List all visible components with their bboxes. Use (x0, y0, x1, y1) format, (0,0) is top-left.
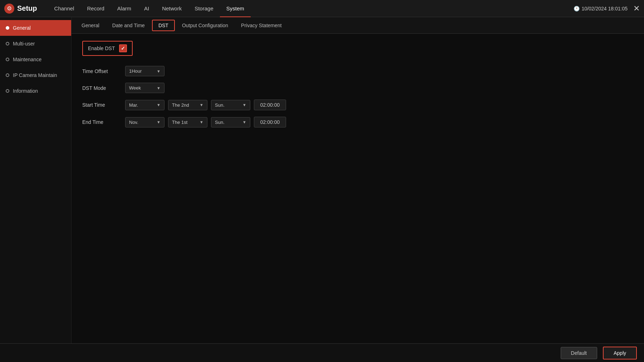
tab-general[interactable]: General (76, 20, 105, 30)
sidebar-dot (6, 26, 9, 30)
nav-channel[interactable]: Channel (48, 0, 81, 17)
enable-dst-checkbox[interactable]: ✓ (119, 44, 127, 52)
end-month-value: Nov. (129, 120, 138, 125)
start-time-row: Start Time Mar. ▼ The 2nd ▼ Sun. ▼ 02:00… (82, 100, 633, 110)
end-week-dropdown[interactable]: The 1st ▼ (168, 117, 207, 127)
start-month-dropdown[interactable]: Mar. ▼ (125, 100, 164, 110)
chevron-down-icon: ▼ (200, 103, 203, 107)
dst-mode-row: DST Mode Week ▼ (82, 83, 633, 93)
topnav: Channel Record Alarm AI Network Storage … (48, 0, 574, 17)
start-day-dropdown[interactable]: Sun. ▼ (211, 100, 250, 110)
dst-panel: Enable DST ✓ Time Offset 1Hour ▼ DST (72, 34, 644, 362)
end-day-dropdown[interactable]: Sun. ▼ (211, 117, 250, 127)
default-button[interactable]: Default (561, 347, 597, 359)
checkmark-icon: ✓ (121, 45, 125, 51)
close-button[interactable]: ✕ (633, 4, 640, 13)
nav-alarm[interactable]: Alarm (111, 0, 138, 17)
chevron-down-icon: ▼ (157, 86, 161, 90)
nav-storage[interactable]: Storage (188, 0, 220, 17)
nav-record[interactable]: Record (80, 0, 110, 17)
time-offset-value: 1Hour (129, 68, 142, 74)
sidebar-item-information[interactable]: Information (0, 83, 71, 99)
subtabs: General Date and Time DST Output Configu… (72, 17, 644, 34)
chevron-down-icon: ▼ (200, 120, 203, 124)
chevron-down-icon: ▼ (157, 69, 161, 73)
start-week-dropdown[interactable]: The 2nd ▼ (168, 100, 207, 110)
dst-mode-value: Week (129, 85, 141, 91)
start-time-label: Start Time (82, 102, 125, 108)
sidebar-item-multiuser[interactable]: Multi-user (0, 36, 71, 52)
nav-ai[interactable]: AI (138, 0, 156, 17)
app-logo: ⚙ Setup (4, 4, 37, 14)
time-offset-dropdown[interactable]: 1Hour ▼ (125, 66, 164, 76)
topbar-right: 🕐 10/02/2024 18:01:05 ✕ (574, 4, 640, 13)
chevron-down-icon: ▼ (242, 103, 246, 107)
dst-settings: Time Offset 1Hour ▼ DST Mode Week ▼ (82, 66, 633, 127)
dst-mode-dropdown[interactable]: Week ▼ (125, 83, 164, 93)
end-day-value: Sun. (215, 120, 225, 125)
end-month-dropdown[interactable]: Nov. ▼ (125, 117, 164, 127)
sidebar-label-information: Information (13, 88, 38, 94)
datetime-display: 10/02/2024 18:01:05 (582, 6, 628, 11)
end-time-row: End Time Nov. ▼ The 1st ▼ Sun. ▼ 02:00:0… (82, 117, 633, 127)
end-week-value: The 1st (172, 120, 187, 125)
time-offset-label: Time Offset (82, 68, 125, 74)
dst-mode-label: DST Mode (82, 85, 125, 91)
clock-icon: 🕐 (574, 6, 580, 11)
gear-icon: ⚙ (4, 4, 14, 14)
sidebar-item-maintenance[interactable]: Maintenance (0, 52, 71, 67)
sidebar-dot (6, 89, 9, 93)
tab-dst[interactable]: DST (152, 20, 175, 31)
topbar: ⚙ Setup Channel Record Alarm AI Network … (0, 0, 644, 17)
sidebar-dot (6, 58, 9, 61)
sidebar-label-maintenance: Maintenance (13, 57, 41, 62)
chevron-down-icon: ▼ (157, 103, 161, 107)
enable-dst-label: Enable DST (88, 45, 115, 51)
start-day-value: Sun. (215, 102, 225, 108)
content-area: General Date and Time DST Output Configu… (72, 17, 644, 362)
sidebar-label-multiuser: Multi-user (13, 41, 35, 47)
tab-output[interactable]: Output Configuration (176, 20, 234, 30)
sidebar-dot (6, 73, 9, 77)
start-week-value: The 2nd (172, 102, 189, 108)
bottom-bar: Default Apply (0, 343, 644, 362)
end-time-value[interactable]: 02:00:00 (254, 117, 286, 127)
enable-dst-row: Enable DST ✓ (82, 41, 133, 56)
app-title: Setup (17, 4, 37, 13)
sidebar-label-general: General (13, 25, 31, 31)
nav-network[interactable]: Network (156, 0, 188, 17)
tab-privacy[interactable]: Privacy Statement (235, 20, 287, 30)
chevron-down-icon: ▼ (242, 120, 246, 124)
chevron-down-icon: ▼ (157, 120, 161, 124)
start-month-value: Mar. (129, 102, 138, 108)
time-offset-row: Time Offset 1Hour ▼ (82, 66, 633, 76)
sidebar-dot (6, 42, 9, 45)
nav-system[interactable]: System (220, 0, 251, 17)
end-time-label: End Time (82, 119, 125, 125)
tab-datetime[interactable]: Date and Time (107, 20, 151, 30)
start-time-value[interactable]: 02:00:00 (254, 100, 286, 110)
sidebar-item-general[interactable]: General (0, 20, 71, 36)
apply-button[interactable]: Apply (603, 347, 637, 359)
sidebar-item-ipcamera[interactable]: IP Camera Maintain (0, 67, 71, 83)
main-layout: General Multi-user Maintenance IP Camera… (0, 17, 644, 362)
sidebar-label-ipcamera: IP Camera Maintain (13, 72, 57, 78)
sidebar: General Multi-user Maintenance IP Camera… (0, 17, 72, 362)
topbar-clock: 🕐 10/02/2024 18:01:05 (574, 6, 628, 11)
